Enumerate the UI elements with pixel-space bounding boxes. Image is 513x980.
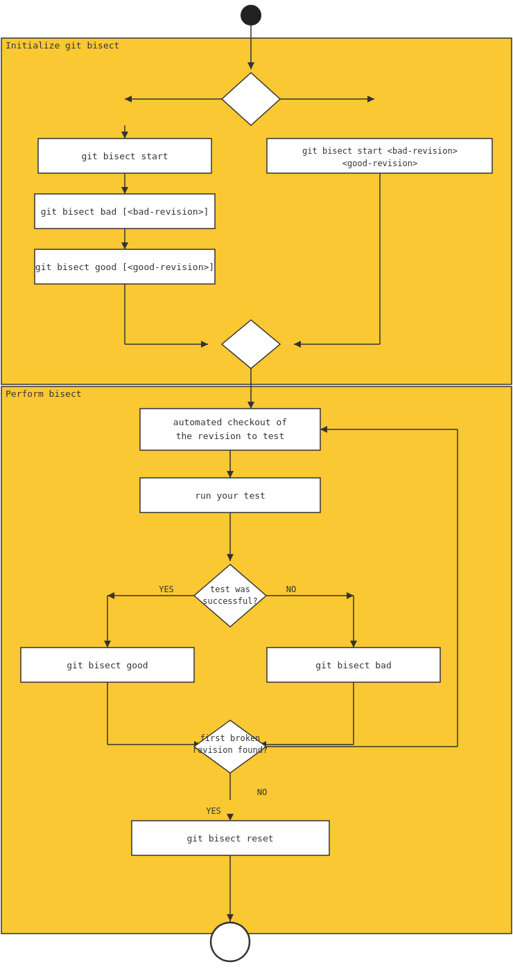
broken-diamond-label2: revision found? <box>193 745 268 755</box>
git-bisect-bad-label: git bisect bad <box>315 660 392 670</box>
git-bisect-start-full-label: git bisect start <bad-revision> <box>302 146 458 156</box>
test-diamond-label2: successful? <box>202 596 257 606</box>
no-label: NO <box>286 585 296 594</box>
broken-diamond-label1: first broken <box>200 733 261 743</box>
automated-checkout-label2: the revision to test <box>176 431 285 441</box>
git-bisect-bad-opt-label: git bisect bad [<bad-revision>] <box>41 206 209 217</box>
yes-label-2: YES <box>206 806 221 816</box>
start-circle <box>241 5 261 26</box>
automated-checkout-box <box>140 409 320 450</box>
git-bisect-reset-label: git bisect reset <box>186 833 273 844</box>
run-test-label: run your test <box>195 490 266 501</box>
perform-section-label: Perform bisect <box>6 389 82 399</box>
init-section-label: Initialize git bisect <box>6 40 119 51</box>
git-bisect-start-full-label2: <good-revision> <box>342 159 417 168</box>
no-label-2: NO <box>257 787 267 797</box>
git-bisect-good-opt-label: git bisect good [<good-revision>] <box>35 262 214 272</box>
diagram-wrapper: Initialize git bisect Perform bisect git… <box>0 0 513 980</box>
test-diamond-label1: test was <box>210 585 250 594</box>
automated-checkout-label1: automated checkout of <box>173 417 287 427</box>
git-bisect-start-label: git bisect start <box>81 151 168 161</box>
end-circle <box>211 923 250 961</box>
git-bisect-good-label: git bisect good <box>67 660 148 670</box>
yes-label: YES <box>159 585 174 594</box>
